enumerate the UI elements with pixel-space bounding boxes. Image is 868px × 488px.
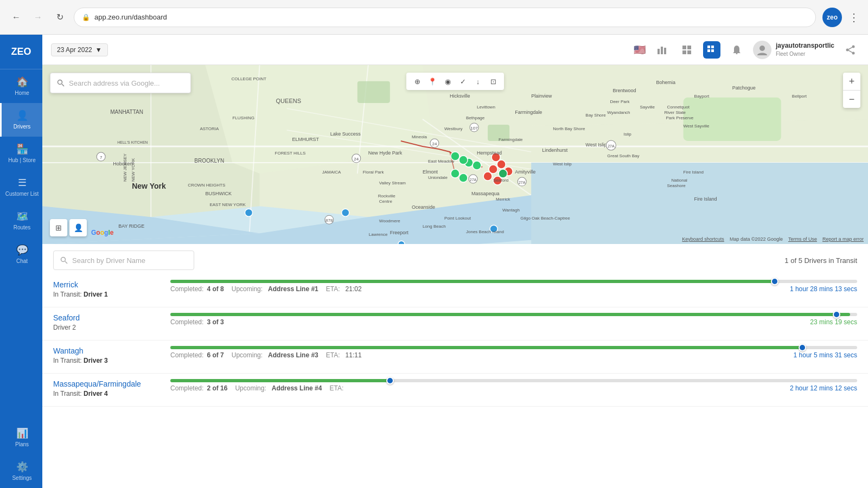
address-bar[interactable]: 🔒 app.zeo.run/dashboard	[74, 8, 816, 27]
progress-thumb	[771, 278, 778, 285]
map-tool-3[interactable]: ◉	[441, 75, 454, 88]
main-content: 23 Apr 2022 ▼ 🇺🇸	[42, 35, 868, 488]
sidebar-item-drivers[interactable]: 👤 Drivers	[0, 103, 42, 137]
svg-point-43	[459, 174, 468, 182]
svg-text:Seaford: Seaford	[493, 178, 508, 183]
sidebar-label-chat: Chat	[16, 258, 28, 265]
sidebar-item-chat[interactable]: 💬 Chat	[0, 237, 42, 271]
sidebar-item-plans[interactable]: 📊 Plans	[0, 421, 42, 454]
svg-text:Elmont: Elmont	[423, 169, 438, 175]
svg-rect-2	[664, 48, 666, 54]
chat-icon: 💬	[16, 244, 28, 256]
driver-info: Massapequa/Farmingdale In Transit: Drive…	[53, 379, 162, 397]
header-share-icon[interactable]	[842, 41, 859, 59]
svg-text:Woodmere: Woodmere	[379, 219, 401, 223]
progress-fill	[170, 280, 775, 283]
driver-details: Completed:6 of 7Upcoming:Address Line #3…	[170, 351, 362, 359]
sidebar-label-home: Home	[15, 90, 29, 97]
progress-thumb	[386, 377, 394, 384]
driver-details: Completed:4 of 8Upcoming:Address Line #1…	[170, 285, 362, 293]
refresh-button[interactable]: ↻	[52, 10, 67, 25]
svg-text:River State: River State	[665, 110, 686, 115]
svg-text:West Islip: West Islip	[553, 162, 572, 166]
svg-text:Sayville: Sayville	[640, 105, 655, 110]
svg-line-16	[848, 47, 852, 49]
sidebar-logo: ZEO	[0, 35, 42, 69]
driver-name-link[interactable]: Wantagh	[53, 346, 84, 355]
driver-eta: 1 hour 5 mins 31 secs	[794, 351, 857, 359]
svg-text:24: 24	[354, 157, 359, 162]
svg-text:Freeport: Freeport	[390, 230, 409, 235]
date-badge: 23 Apr 2022 ▼	[51, 43, 108, 56]
drivers-icon: 👤	[16, 110, 28, 121]
svg-text:NEW JERSEY: NEW JERSEY	[123, 153, 127, 182]
zoom-out-button[interactable]: −	[843, 91, 860, 108]
zoom-in-button[interactable]: +	[843, 73, 860, 90]
header-notification-icon[interactable]	[728, 41, 745, 59]
driver-name-link[interactable]: Merrick	[53, 280, 78, 289]
svg-text:Bayport: Bayport	[694, 94, 710, 99]
sidebar-item-hub-store[interactable]: 🏪 Hub | Store	[0, 137, 42, 170]
map-location-button[interactable]: 👤	[69, 219, 87, 236]
upcoming-label: Upcoming:	[232, 285, 263, 293]
map-search-bar[interactable]: Search address via Google...	[50, 73, 191, 93]
svg-text:Merrick: Merrick	[496, 197, 510, 202]
map-toolbar: ⊕ 📍 ◉ ✓ ↓ ⊡	[406, 73, 504, 90]
upcoming-label: Upcoming:	[235, 384, 266, 392]
svg-text:Fire Island: Fire Island	[694, 196, 717, 202]
sidebar-item-home[interactable]: 🏠 Home	[0, 69, 42, 103]
map-tool-5[interactable]: ↓	[471, 75, 484, 88]
svg-text:Westbury: Westbury	[444, 126, 463, 131]
map-tool-4[interactable]: ✓	[456, 75, 469, 88]
sidebar-label-customer-list: Customer List	[5, 191, 39, 197]
driver-row: Merrick In Transit: Driver 1 Completed:4…	[42, 274, 868, 307]
svg-text:Jones Beach Island: Jones Beach Island	[466, 229, 504, 234]
svg-text:Great South Bay: Great South Bay	[607, 153, 639, 158]
svg-text:HELL'S KITCHEN: HELL'S KITCHEN	[117, 140, 148, 144]
map-tool-6[interactable]: ⊡	[487, 75, 500, 88]
header-grid-icon[interactable]	[678, 41, 695, 59]
eta-label: ETA:	[329, 384, 343, 392]
svg-text:107: 107	[470, 126, 478, 131]
user-avatar	[753, 41, 771, 59]
driver-name-link[interactable]: Massapequa/Farmingdale	[53, 380, 141, 388]
header-bar-chart-icon[interactable]	[653, 41, 671, 59]
svg-rect-11	[736, 53, 737, 54]
back-button[interactable]: ←	[9, 10, 24, 25]
driver-status: In Transit: Driver 4	[53, 390, 162, 397]
sidebar-item-settings[interactable]: ⚙️ Settings	[0, 454, 42, 488]
upcoming-address: Address Line #4	[272, 384, 322, 392]
svg-text:Lake Success: Lake Success	[330, 131, 361, 137]
driver-info: Seaford Driver 2	[53, 313, 162, 331]
svg-text:ELMHURST: ELMHURST	[292, 137, 320, 142]
driver-info: Merrick In Transit: Driver 1	[53, 280, 162, 298]
svg-rect-9	[707, 49, 710, 52]
map-expand-button[interactable]: ⊞	[50, 219, 67, 236]
sidebar-item-customer-list[interactable]: ☰ Customer List	[0, 170, 42, 204]
sidebar-item-routes[interactable]: 🗺️ Routes	[0, 204, 42, 237]
svg-text:878: 878	[326, 218, 333, 223]
driver-row: Massapequa/Farmingdale In Transit: Drive…	[42, 374, 868, 407]
keyboard-shortcuts-link[interactable]: Keyboard shortcuts	[682, 236, 724, 242]
svg-text:COLLEGE POINT: COLLEGE POINT	[231, 76, 266, 81]
user-info[interactable]: jayautotransportlic Fleet Owner	[753, 41, 834, 59]
forward-button[interactable]: →	[30, 10, 46, 25]
terms-link[interactable]: Terms of Use	[788, 236, 817, 242]
sidebar-label-settings: Settings	[12, 475, 31, 481]
header-icons: 🇺🇸 jayautotrans	[634, 41, 859, 59]
svg-text:Oceanside: Oceanside	[412, 204, 435, 210]
map-tool-1[interactable]: ⊕	[411, 75, 424, 88]
svg-text:Rockville: Rockville	[378, 194, 396, 198]
driver-name-link[interactable]: Seaford	[53, 313, 80, 322]
driver-details-row: Completed:4 of 8Upcoming:Address Line #1…	[170, 285, 857, 293]
svg-text:27A: 27A	[470, 178, 477, 182]
header-map-icon[interactable]	[703, 41, 720, 59]
svg-text:Levittown: Levittown	[477, 105, 495, 110]
browser-menu-button[interactable]: ⋮	[848, 11, 859, 24]
driver-search-input[interactable]: Search by Driver Name	[53, 251, 194, 270]
svg-text:Bethpage: Bethpage	[466, 115, 485, 120]
map-tool-2[interactable]: 📍	[426, 75, 439, 88]
svg-point-149	[61, 258, 66, 262]
report-link[interactable]: Report a map error	[822, 236, 864, 242]
svg-text:Bellport: Bellport	[792, 94, 807, 99]
